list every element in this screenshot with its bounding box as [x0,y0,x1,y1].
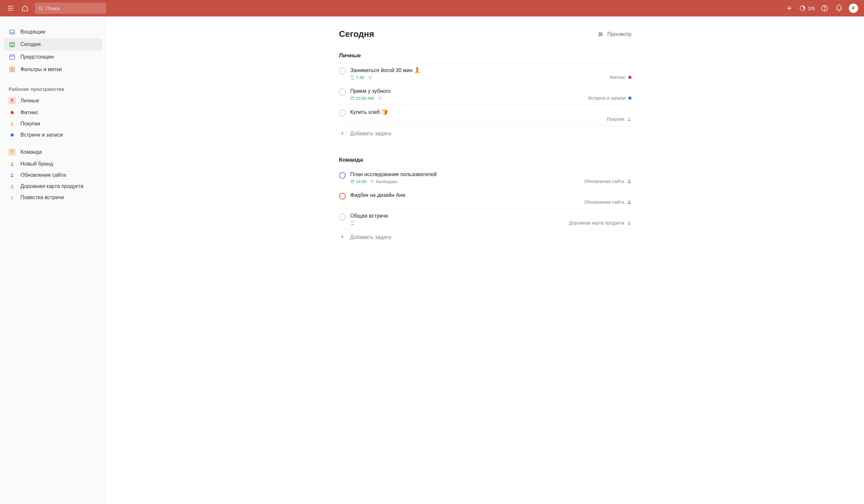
svg-line-45 [379,97,379,97]
person-icon [10,161,14,166]
svg-point-34 [599,35,600,36]
svg-rect-23 [12,70,14,72]
svg-point-28 [12,196,13,197]
today-icon: 21 [9,41,16,48]
svg-line-4 [42,9,43,10]
view-button[interactable]: Просмотр [597,31,631,37]
svg-line-38 [369,76,370,76]
task-project[interactable]: Покупки [607,117,632,122]
task-label: Календарь [370,179,398,184]
progress-icon [799,5,806,12]
task-checkbox[interactable] [339,68,346,74]
task-row[interactable]: Купить хлеб 🍞Покупки [339,105,632,126]
add-task-label: Добавить задачу [350,235,392,240]
project-fitness[interactable]: Фитнес [4,107,103,118]
task-row[interactable]: План исследования пользователей14:00Кале… [339,168,632,188]
workspaces-heading: Рабочие пространства [4,84,103,95]
project-label: Покупки [21,121,40,127]
section-title: Личные [339,52,632,59]
project-color-dot [628,96,632,100]
task-project[interactable]: Фитнес [610,75,631,80]
add-task-button[interactable]: +Добавить задачу [339,230,632,244]
task-row[interactable]: Прием у зубного10:00 AMВстречи и записи [339,84,632,105]
project-label: Повестка встречи [21,194,64,201]
task-checkbox[interactable] [339,110,346,116]
svg-point-25 [12,162,13,164]
sidebar-item-label: Входящие [21,29,46,35]
project-label: Дорожная карта продукта [21,183,83,189]
project-agenda[interactable]: Повестка встречи [4,192,103,203]
task-checkbox[interactable] [339,172,346,179]
alarm-icon [378,96,382,100]
svg-line-46 [381,97,381,97]
main-content: Сегодня Просмотр ЛичныеЗаниматься йогой … [106,16,864,504]
filters-icon [9,66,16,73]
page-title: Сегодня [339,29,374,39]
svg-point-47 [628,118,630,119]
search-input[interactable] [46,5,103,11]
workspace-personal[interactable]: P Личные [4,95,103,107]
plus-icon: + [339,130,346,137]
task-title: Заниматься йогой 30 мин 🧘 [350,67,632,73]
task-title: Фидбек на дизайн Ани [350,192,632,198]
workspace-label: Личные [21,98,39,104]
sidebar-item-filters[interactable]: Фильтры и метки [4,63,103,76]
task-project-label: Фитнес [610,75,625,80]
notifications-icon[interactable] [835,4,843,13]
search-box[interactable] [35,3,106,14]
task-project-label: Покупки [607,117,624,122]
project-label: Новый бренд [21,161,53,167]
task-section: КомандаПлан исследования пользователей14… [339,157,632,244]
task-time: 14:00 [350,179,367,184]
task-project-label: Дорожная карта продукта [569,220,624,226]
person-icon [10,121,14,126]
person-icon [10,184,14,189]
task-title: План исследования пользователей [350,171,632,178]
menu-icon[interactable] [6,4,15,13]
plus-icon: + [339,234,346,241]
project-roadmap[interactable]: Дорожная карта продукта [4,181,103,192]
sidebar: Входящие 21 Сегодня Предстоящее Фильтры … [0,16,106,504]
task-checkbox[interactable] [339,89,346,95]
help-icon[interactable] [820,4,829,13]
project-newbrand[interactable]: Новый бренд [4,158,103,169]
view-label: Просмотр [607,31,631,37]
task-row[interactable]: Заниматься йогой 30 мин 🧘7:30Фитнес [339,63,632,84]
project-siteupdate[interactable]: Обновление сайта [4,169,103,181]
project-color-dot [628,76,632,79]
task-project-label: Обновление сайта [584,179,624,184]
task-time: 10:00 AM [350,96,374,101]
task-row[interactable]: Фидбек на дизайн АниОбновление сайта [339,188,632,209]
task-project-label: Встречи и записи [588,95,626,101]
task-project[interactable]: Обновление сайта [584,179,631,184]
sidebar-item-inbox[interactable]: Входящие [4,26,103,38]
task-title: Купить хлеб 🍞 [350,109,632,115]
sidebar-item-today[interactable]: 21 Сегодня [4,38,103,51]
home-icon[interactable] [21,4,29,13]
task-project[interactable]: Обновление сайта [584,200,631,205]
project-shopping[interactable]: Покупки [4,118,103,129]
task-checkbox[interactable] [339,214,346,220]
sidebar-item-upcoming[interactable]: Предстоящее [4,51,103,63]
svg-point-51 [628,180,630,181]
upcoming-icon [9,53,16,61]
task-time: 7:30 [350,75,364,80]
task-project[interactable]: Встречи и записи [588,95,632,101]
section-title: Команда [339,157,632,163]
productivity-counter[interactable]: 2/5 [799,5,815,12]
sidebar-item-label: Предстоящее [21,54,54,60]
task-row[interactable]: Общая встречаДорожная карта продукта [339,209,632,230]
project-appointments[interactable]: Встречи и записи [4,129,103,141]
svg-point-3 [39,7,42,10]
svg-point-53 [628,221,630,223]
add-icon[interactable] [785,4,794,13]
svg-point-9 [824,10,825,10]
svg-rect-22 [10,70,12,72]
task-checkbox[interactable] [339,193,346,200]
svg-point-33 [601,34,602,35]
task-project[interactable]: Дорожная карта продукта [569,220,631,226]
workspace-team[interactable]: T Команда [4,146,103,158]
add-task-button[interactable]: +Добавить задачу [339,126,632,141]
avatar[interactable]: P [849,4,858,13]
svg-rect-20 [10,67,12,69]
